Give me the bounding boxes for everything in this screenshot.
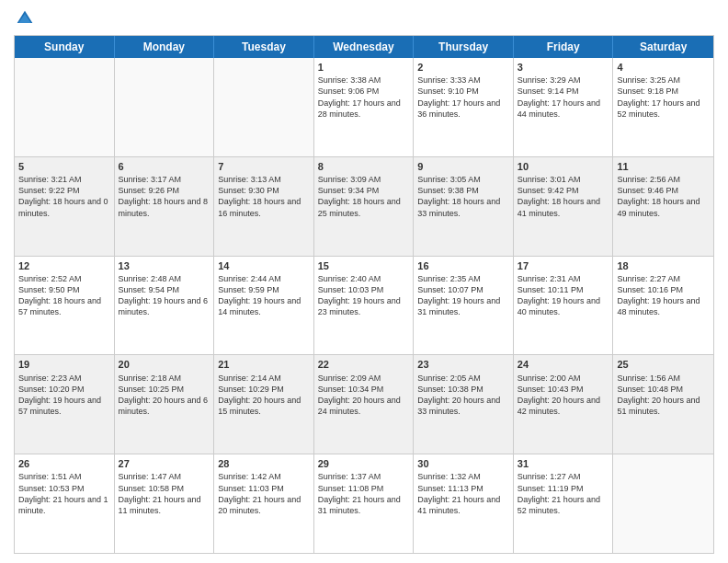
day-number: 12 (18, 259, 110, 272)
day-info: Sunrise: 1:51 AM Sunset: 10:53 PM Daylig… (18, 471, 110, 516)
calendar-week-1: 1Sunrise: 3:38 AM Sunset: 9:06 PM Daylig… (15, 58, 713, 156)
day-number: 14 (218, 259, 310, 272)
day-info: Sunrise: 1:37 AM Sunset: 11:08 PM Daylig… (318, 471, 410, 516)
day-number: 27 (119, 457, 210, 470)
logo (14, 9, 34, 28)
day-number: 21 (218, 358, 310, 371)
day-info: Sunrise: 3:09 AM Sunset: 9:34 PM Dayligh… (318, 174, 410, 219)
day-number: 29 (318, 457, 410, 470)
day-cell-25: 25Sunrise: 1:56 AM Sunset: 10:48 PM Dayl… (613, 355, 713, 454)
day-info: Sunrise: 1:27 AM Sunset: 11:19 PM Daylig… (518, 471, 609, 516)
day-cell-1: 1Sunrise: 3:38 AM Sunset: 9:06 PM Daylig… (314, 58, 415, 156)
day-info: Sunrise: 3:25 AM Sunset: 9:18 PM Dayligh… (617, 75, 710, 120)
day-number: 19 (18, 358, 110, 371)
logo-icon (16, 9, 34, 28)
empty-cell (613, 454, 713, 553)
day-info: Sunrise: 2:40 AM Sunset: 10:03 PM Daylig… (318, 273, 410, 318)
empty-cell (15, 58, 115, 156)
day-info: Sunrise: 3:01 AM Sunset: 9:42 PM Dayligh… (518, 174, 609, 219)
day-number: 9 (417, 160, 509, 173)
day-cell-6: 6Sunrise: 3:17 AM Sunset: 9:26 PM Daylig… (115, 157, 215, 256)
day-number: 5 (18, 160, 110, 173)
day-cell-26: 26Sunrise: 1:51 AM Sunset: 10:53 PM Dayl… (15, 454, 115, 553)
day-info: Sunrise: 3:05 AM Sunset: 9:38 PM Dayligh… (417, 174, 509, 219)
day-cell-18: 18Sunrise: 2:27 AM Sunset: 10:16 PM Dayl… (613, 257, 713, 355)
day-number: 28 (218, 457, 310, 470)
calendar-body: 1Sunrise: 3:38 AM Sunset: 9:06 PM Daylig… (15, 58, 713, 553)
day-info: Sunrise: 1:56 AM Sunset: 10:48 PM Daylig… (617, 373, 710, 418)
day-info: Sunrise: 3:33 AM Sunset: 9:10 PM Dayligh… (417, 75, 509, 120)
day-number: 4 (617, 61, 710, 74)
day-cell-13: 13Sunrise: 2:48 AM Sunset: 9:54 PM Dayli… (115, 257, 215, 355)
day-number: 15 (318, 259, 410, 272)
day-info: Sunrise: 2:48 AM Sunset: 9:54 PM Dayligh… (119, 273, 210, 318)
day-info: Sunrise: 2:35 AM Sunset: 10:07 PM Daylig… (417, 273, 509, 318)
day-cell-3: 3Sunrise: 3:29 AM Sunset: 9:14 PM Daylig… (514, 58, 614, 156)
day-cell-22: 22Sunrise: 2:09 AM Sunset: 10:34 PM Dayl… (314, 355, 415, 454)
day-info: Sunrise: 2:44 AM Sunset: 9:59 PM Dayligh… (218, 273, 310, 318)
header (14, 9, 714, 28)
day-info: Sunrise: 1:42 AM Sunset: 11:03 PM Daylig… (218, 471, 310, 516)
day-info: Sunrise: 1:32 AM Sunset: 11:13 PM Daylig… (417, 471, 509, 516)
day-info: Sunrise: 3:21 AM Sunset: 9:22 PM Dayligh… (18, 174, 110, 219)
day-number: 8 (318, 160, 410, 173)
day-info: Sunrise: 2:09 AM Sunset: 10:34 PM Daylig… (318, 373, 410, 418)
header-day-monday: Monday (115, 36, 215, 58)
day-number: 30 (417, 457, 509, 470)
day-cell-11: 11Sunrise: 2:56 AM Sunset: 9:46 PM Dayli… (613, 157, 713, 256)
header-day-thursday: Thursday (414, 36, 514, 58)
day-info: Sunrise: 1:47 AM Sunset: 10:58 PM Daylig… (119, 471, 210, 516)
day-info: Sunrise: 3:13 AM Sunset: 9:30 PM Dayligh… (218, 174, 310, 219)
header-day-sunday: Sunday (15, 36, 115, 58)
day-info: Sunrise: 2:52 AM Sunset: 9:50 PM Dayligh… (18, 273, 110, 318)
day-cell-19: 19Sunrise: 2:23 AM Sunset: 10:20 PM Dayl… (15, 355, 115, 454)
day-info: Sunrise: 2:18 AM Sunset: 10:25 PM Daylig… (119, 373, 210, 418)
day-number: 7 (218, 160, 310, 173)
day-number: 22 (318, 358, 410, 371)
day-cell-12: 12Sunrise: 2:52 AM Sunset: 9:50 PM Dayli… (15, 257, 115, 355)
day-cell-15: 15Sunrise: 2:40 AM Sunset: 10:03 PM Dayl… (314, 257, 415, 355)
day-cell-29: 29Sunrise: 1:37 AM Sunset: 11:08 PM Dayl… (314, 454, 415, 553)
day-number: 17 (518, 259, 609, 272)
day-cell-27: 27Sunrise: 1:47 AM Sunset: 10:58 PM Dayl… (115, 454, 215, 553)
empty-cell (115, 58, 215, 156)
day-number: 31 (518, 457, 609, 470)
day-cell-4: 4Sunrise: 3:25 AM Sunset: 9:18 PM Daylig… (613, 58, 713, 156)
header-day-friday: Friday (514, 36, 614, 58)
calendar-week-5: 26Sunrise: 1:51 AM Sunset: 10:53 PM Dayl… (15, 454, 713, 553)
day-cell-17: 17Sunrise: 2:31 AM Sunset: 10:11 PM Dayl… (514, 257, 614, 355)
day-info: Sunrise: 2:23 AM Sunset: 10:20 PM Daylig… (18, 373, 110, 418)
day-cell-24: 24Sunrise: 2:00 AM Sunset: 10:43 PM Dayl… (514, 355, 614, 454)
header-day-tuesday: Tuesday (214, 36, 314, 58)
day-cell-21: 21Sunrise: 2:14 AM Sunset: 10:29 PM Dayl… (214, 355, 314, 454)
calendar-week-2: 5Sunrise: 3:21 AM Sunset: 9:22 PM Daylig… (15, 156, 713, 256)
day-cell-9: 9Sunrise: 3:05 AM Sunset: 9:38 PM Daylig… (414, 157, 514, 256)
day-cell-31: 31Sunrise: 1:27 AM Sunset: 11:19 PM Dayl… (514, 454, 614, 553)
calendar-week-4: 19Sunrise: 2:23 AM Sunset: 10:20 PM Dayl… (15, 354, 713, 454)
day-number: 23 (417, 358, 509, 371)
day-cell-8: 8Sunrise: 3:09 AM Sunset: 9:34 PM Daylig… (314, 157, 415, 256)
day-number: 25 (617, 358, 710, 371)
day-cell-2: 2Sunrise: 3:33 AM Sunset: 9:10 PM Daylig… (414, 58, 514, 156)
day-number: 6 (119, 160, 210, 173)
day-number: 16 (417, 259, 509, 272)
day-number: 18 (617, 259, 710, 272)
day-info: Sunrise: 2:05 AM Sunset: 10:38 PM Daylig… (417, 373, 509, 418)
calendar-week-3: 12Sunrise: 2:52 AM Sunset: 9:50 PM Dayli… (15, 256, 713, 355)
header-day-saturday: Saturday (613, 36, 713, 58)
day-info: Sunrise: 2:00 AM Sunset: 10:43 PM Daylig… (518, 373, 609, 418)
day-cell-23: 23Sunrise: 2:05 AM Sunset: 10:38 PM Dayl… (414, 355, 514, 454)
day-cell-30: 30Sunrise: 1:32 AM Sunset: 11:13 PM Dayl… (414, 454, 514, 553)
day-number: 11 (617, 160, 710, 173)
day-cell-28: 28Sunrise: 1:42 AM Sunset: 11:03 PM Dayl… (214, 454, 314, 553)
page: SundayMondayTuesdayWednesdayThursdayFrid… (0, 0, 728, 563)
day-info: Sunrise: 3:29 AM Sunset: 9:14 PM Dayligh… (518, 75, 609, 120)
day-cell-10: 10Sunrise: 3:01 AM Sunset: 9:42 PM Dayli… (514, 157, 614, 256)
day-number: 13 (119, 259, 210, 272)
day-info: Sunrise: 2:14 AM Sunset: 10:29 PM Daylig… (218, 373, 310, 418)
day-cell-5: 5Sunrise: 3:21 AM Sunset: 9:22 PM Daylig… (15, 157, 115, 256)
day-number: 10 (518, 160, 609, 173)
day-info: Sunrise: 3:17 AM Sunset: 9:26 PM Dayligh… (119, 174, 210, 219)
day-number: 24 (518, 358, 609, 371)
day-info: Sunrise: 2:27 AM Sunset: 10:16 PM Daylig… (617, 273, 710, 318)
